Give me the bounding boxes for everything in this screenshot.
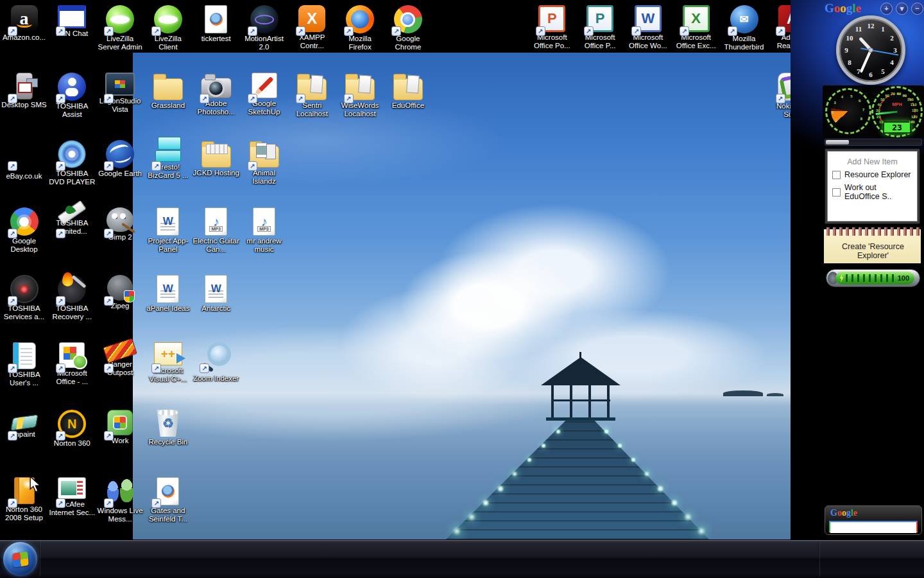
desktop-icon[interactable]: ↗ TOSHIBA DVD PLAYER	[49, 139, 96, 204]
desktop[interactable]: a ↗ Amazon.co... ↗ LAN Chat ↗ LiveZilla …	[0, 0, 924, 578]
desktop-icon[interactable]: ↗ Windows Live Mess...	[97, 476, 144, 541]
shortcut-arrow-icon: ↗	[56, 26, 65, 36]
car-gauges-gadget[interactable]: 12345678 MPH 23 102030405060708090100110…	[823, 85, 924, 138]
desktop-icon[interactable]: ↗ MotionArtist 2.0	[241, 4, 287, 69]
desktop-icon[interactable]: W ↗ Microsoft Office Wo...	[624, 4, 671, 69]
desktop-icon[interactable]: JCKD Hosting	[193, 139, 239, 204]
desktop-icon[interactable]: tickertest	[193, 4, 239, 69]
speedometer-number: 20	[877, 115, 881, 119]
todo-add-new-item[interactable]: Add New Item	[828, 157, 917, 166]
desktop-icon[interactable]: W aPanel Ideas	[144, 274, 191, 339]
desktop-icon[interactable]: Grassland	[144, 71, 191, 137]
shortcut-arrow-icon: ↗	[151, 161, 161, 171]
desktop-icon[interactable]: ↗ Ranger Outpost	[97, 341, 144, 407]
desktop-icon[interactable]: ♪ mr andrew music	[241, 206, 287, 272]
logo-letter: o	[842, 508, 846, 518]
desktop-icon[interactable]: ↗ Adobe Photosho...	[193, 71, 239, 137]
desktop-icon[interactable]: ↗ Gimp 2	[97, 206, 144, 272]
shortcut-arrow-icon: ↗	[776, 94, 785, 103]
shortcut-arrow-icon: ↗	[56, 498, 65, 508]
desktop-icon-label: Zoom Indexer	[193, 374, 239, 383]
todo-item-label: Resource Explorer	[844, 170, 911, 179]
desktop-icon[interactable]: ↗ LogonStudio Vista	[97, 71, 144, 137]
todo-item[interactable]: Work out EduOffice S..	[832, 183, 912, 201]
desktop-icon[interactable]: ↗ Inpaint	[1, 408, 47, 474]
taskbar: ■◀◀▶▶▶◀)▾ ▴▾	[0, 539, 924, 578]
desktop-icon[interactable]: ↗ TOSHIBA Limited...	[49, 206, 96, 272]
desktop-icon[interactable]: ↗ TOSHIBA Services a...	[1, 274, 47, 339]
desktop-icon-image	[153, 78, 183, 100]
desktop-icon[interactable]: P ↗ Microsoft Office Po...	[529, 4, 576, 69]
desktop-icon[interactable]: ♻ Recycle Bin	[144, 408, 191, 474]
desktop-icon[interactable]: ↗ Work	[97, 408, 144, 474]
desktop-icon[interactable]: ↗ TOSHIBA User's ...	[1, 341, 47, 407]
todo-item[interactable]: Resource Explorer	[832, 170, 912, 179]
desktop-icon[interactable]: ↗ Presto! BizCard 5 ...	[144, 139, 191, 204]
desktop-icon[interactable]: ↗ Mozilla Firefox	[337, 4, 384, 69]
shortcut-arrow-icon: ↗	[151, 26, 161, 36]
shortcut-arrow-icon: ↗	[200, 363, 209, 373]
speedometer-number: 60	[885, 94, 889, 98]
todo-checkbox[interactable]	[832, 188, 841, 197]
desktop-icon[interactable]: ↗ Zoom Indexer	[193, 341, 239, 407]
desktop-icon[interactable]: ↗ Sentri Localhost	[289, 71, 336, 137]
todo-checkbox[interactable]	[832, 171, 841, 179]
desktop-icon[interactable]: ↗ Google SketchUp	[241, 71, 287, 137]
desktop-icon[interactable]: ↗ Google Desktop	[1, 206, 47, 272]
desktop-icon[interactable]: ↗ TOSHIBA Recovery ...	[49, 274, 96, 339]
desktop-icon[interactable]: ↗ LAN Chat	[49, 4, 96, 69]
desktop-icon[interactable]: ↗ McAfee Internet Sec...	[49, 476, 96, 541]
desktop-icon[interactable]: ♪ Electric Guitar Can...	[193, 206, 239, 272]
desktop-icon[interactable]: ↗ TOSHIBA Assist	[49, 71, 96, 137]
desktop-icon[interactable]: ++ ↗ Microsoft Visual C+...	[144, 341, 191, 407]
gadget-scrollbar-thumb[interactable]	[826, 140, 849, 144]
google-search-input[interactable]	[830, 524, 916, 533]
google-search-gadget[interactable]: Google	[825, 505, 922, 535]
desktop-icon[interactable]: a ↗ Amazon.co...	[1, 4, 47, 69]
shortcut-arrow-icon: ↗	[296, 26, 305, 36]
tachometer-number: 8	[860, 117, 862, 121]
sidebar-control-button[interactable]: ▾	[896, 3, 908, 15]
desktop-icon[interactable]: X ↗ Microsoft Office Exc...	[672, 4, 719, 69]
speedometer-number: 80	[897, 92, 902, 96]
shortcut-arrow-icon: ↗	[200, 94, 209, 103]
desktop-icon[interactable]: ↗ LiveZilla Server Admin	[97, 4, 144, 69]
desktop-icon[interactable]: EduOffice	[384, 71, 431, 137]
desktop-icon[interactable]: ebay ↗ eBay.co.uk	[1, 139, 47, 204]
desktop-icon[interactable]: ↗ Zipeg	[97, 274, 144, 339]
desktop-icon[interactable]: N ↗ Norton 360	[49, 408, 96, 474]
shortcut-arrow-icon: ↗	[8, 363, 17, 373]
gadget-scrollbar[interactable]	[825, 139, 922, 146]
start-button[interactable]	[3, 542, 37, 576]
speedometer-number: 130	[911, 115, 918, 119]
desktop-icon[interactable]: ↗ Gates and Seinfeld T...	[144, 476, 191, 541]
desktop-icon[interactable]: ↗ LiveZilla Client	[144, 4, 191, 69]
speedometer-number: 100	[907, 98, 914, 101]
clock-numeral: 6	[867, 71, 875, 78]
desktop-icon[interactable]: ✉ ↗ Mozilla Thunderbird	[721, 4, 767, 69]
desktop-icon[interactable]: W Project App-Panel	[144, 206, 191, 272]
speedometer-number: 90	[903, 94, 907, 98]
analog-clock-gadget[interactable]: 121234567891011	[836, 15, 905, 85]
desktop-icon[interactable]: ↗ Animal Islandz	[241, 139, 287, 204]
desktop-icon-image: ♪	[205, 207, 227, 236]
sticky-note-gadget[interactable]: Create 'Resource Explorer'	[824, 229, 921, 263]
desktop-icon[interactable]: ↗ Desktop SMS	[1, 71, 47, 137]
desktop-icon[interactable]: W Antarctic	[193, 274, 239, 339]
desktop-icon[interactable]: X ↗ XAMPP Contr...	[289, 4, 336, 69]
desktop-icon[interactable]: ↗ Google Chrome	[384, 4, 431, 69]
todo-list-gadget[interactable]: Add New Item Resource Explorer Work out …	[825, 148, 920, 224]
tachometer-number: 3	[834, 101, 836, 105]
desktop-icon[interactable]: P ↗ Microsoft Office P...	[577, 4, 624, 69]
desktop-icon[interactable]: ↗ WiseWords Localhost	[337, 71, 384, 137]
desktop-icon[interactable]: ↗ Microsoft Office - ...	[49, 341, 96, 407]
shortcut-arrow-icon: ↗	[680, 26, 689, 36]
battery-meter-gadget[interactable]: 100	[826, 269, 920, 287]
sidebar-control-button[interactable]: +	[880, 3, 893, 15]
desktop-icon-label: Mozilla Thunderbird	[721, 35, 767, 51]
shortcut-arrow-icon: ↗	[248, 26, 257, 36]
shortcut-arrow-icon: ↗	[151, 363, 161, 373]
desktop-icon[interactable]: ↗ Google Earth	[97, 139, 144, 204]
logo-letter: g	[846, 508, 851, 518]
sidebar-control-button[interactable]: −	[911, 3, 923, 15]
